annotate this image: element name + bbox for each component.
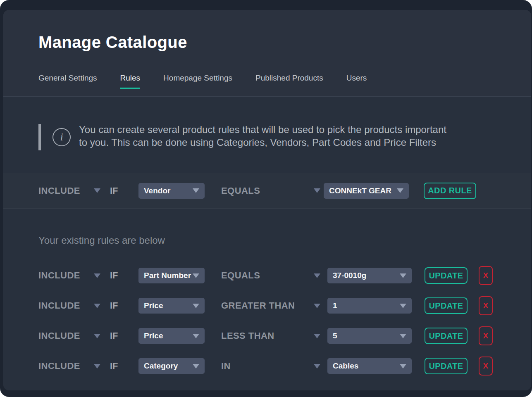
include-label: INCLUDE — [38, 330, 80, 341]
update-rule-button[interactable]: UPDATE — [425, 358, 468, 374]
delete-rule-button[interactable]: X — [479, 266, 493, 285]
field-value: Price — [144, 331, 163, 340]
manage-catalogue-panel: Manage Catalogue General Settings Rules … — [3, 10, 531, 390]
info-line-2: to you. This can be done using Categorie… — [79, 136, 446, 149]
include-select[interactable]: INCLUDE — [38, 330, 100, 341]
value-select[interactable]: 37-0010g — [327, 268, 412, 283]
info-accent-bar — [38, 124, 41, 150]
info-section: i You can create several product rules t… — [3, 97, 531, 173]
existing-rules-heading: Your existing rules are below — [38, 235, 531, 246]
rules-list: INCLUDE IF Part Number EQUALS 37-0010g — [38, 266, 531, 376]
chevron-down-icon — [314, 188, 320, 193]
operator-select[interactable]: IN — [221, 361, 320, 371]
rule-builder: INCLUDE IF Vendor EQUALS CONNEkT GEAR AD… — [3, 173, 531, 209]
chevron-down-icon — [94, 304, 100, 308]
chevron-down-icon — [314, 334, 320, 338]
chevron-down-icon — [94, 334, 100, 338]
app-window: Manage Catalogue General Settings Rules … — [0, 0, 532, 397]
field-select[interactable]: Part Number — [138, 268, 205, 283]
chevron-down-icon — [397, 188, 403, 193]
field-select[interactable]: Price — [138, 298, 205, 314]
chevron-down-icon — [193, 188, 199, 193]
chevron-down-icon — [400, 273, 406, 278]
header: Manage Catalogue General Settings Rules … — [3, 10, 531, 97]
value-select[interactable]: Cables — [327, 358, 412, 374]
operator-select[interactable]: LESS THAN — [221, 330, 320, 341]
operator-label: GREATER THAN — [221, 300, 295, 311]
field-select[interactable]: Category — [138, 358, 205, 374]
rule-row: INCLUDE IF Price LESS THAN 5 — [38, 326, 531, 345]
chevron-down-icon — [94, 364, 100, 368]
if-label: IF — [110, 361, 123, 371]
rule-row: INCLUDE IF Price GREATER THAN 1 — [38, 296, 531, 315]
field-value: Vendor — [144, 186, 170, 195]
tab-general-settings[interactable]: General Settings — [38, 74, 97, 89]
tab-bar: General Settings Rules Homepage Settings… — [38, 74, 531, 89]
update-rule-button[interactable]: UPDATE — [425, 328, 468, 344]
chevron-down-icon — [94, 188, 100, 193]
operator-label: IN — [221, 361, 231, 371]
if-label: IF — [110, 185, 123, 196]
value-text: CONNEkT GEAR — [329, 186, 391, 195]
existing-rules-section: Your existing rules are below INCLUDE IF… — [3, 209, 531, 390]
field-value: Price — [144, 301, 163, 310]
update-rule-button[interactable]: UPDATE — [425, 267, 468, 284]
if-label: IF — [110, 300, 123, 311]
page-title: Manage Catalogue — [38, 32, 531, 52]
field-value: Category — [144, 361, 178, 371]
include-select[interactable]: INCLUDE — [38, 361, 100, 371]
tab-homepage-settings[interactable]: Homepage Settings — [163, 74, 232, 89]
chevron-down-icon — [314, 273, 320, 278]
delete-rule-button[interactable]: X — [479, 326, 493, 345]
include-label: INCLUDE — [38, 361, 80, 371]
operator-select[interactable]: GREATER THAN — [221, 300, 320, 311]
info-line-1: You can create several product rules tha… — [79, 123, 446, 136]
delete-rule-button[interactable]: X — [479, 296, 493, 315]
info-icon: i — [52, 128, 71, 146]
if-label: IF — [110, 270, 123, 281]
field-select[interactable]: Vendor — [138, 183, 205, 199]
operator-select[interactable]: EQUALS — [221, 270, 320, 281]
chevron-down-icon — [193, 273, 199, 278]
chevron-down-icon — [193, 334, 199, 338]
value-text: 1 — [333, 301, 337, 310]
add-rule-button[interactable]: ADD RULE — [424, 183, 476, 199]
include-label: INCLUDE — [38, 300, 80, 311]
chevron-down-icon — [94, 273, 100, 278]
tab-published-products[interactable]: Published Products — [255, 74, 323, 89]
operator-label: EQUALS — [221, 270, 260, 281]
chevron-down-icon — [193, 364, 199, 368]
chevron-down-icon — [193, 304, 199, 308]
chevron-down-icon — [400, 334, 406, 338]
value-select[interactable]: CONNEkT GEAR — [324, 183, 409, 199]
update-rule-button[interactable]: UPDATE — [425, 297, 468, 314]
rule-row: INCLUDE IF Part Number EQUALS 37-0010g — [38, 266, 531, 285]
include-label: INCLUDE — [38, 270, 80, 281]
value-text: 5 — [333, 331, 337, 340]
chevron-down-icon — [400, 304, 406, 308]
rule-row: INCLUDE IF Category IN Cables — [38, 357, 531, 376]
chevron-down-icon — [314, 364, 320, 368]
chevron-down-icon — [400, 364, 406, 368]
chevron-down-icon — [314, 304, 320, 308]
value-select[interactable]: 5 — [327, 328, 412, 344]
tab-rules[interactable]: Rules — [120, 74, 141, 89]
tab-users[interactable]: Users — [346, 74, 367, 89]
field-select[interactable]: Price — [138, 328, 205, 344]
value-select[interactable]: 1 — [327, 298, 412, 314]
value-text: Cables — [333, 361, 358, 371]
field-value: Part Number — [144, 271, 191, 280]
include-select[interactable]: INCLUDE — [38, 270, 100, 281]
info-text: You can create several product rules tha… — [79, 123, 446, 149]
delete-rule-button[interactable]: X — [479, 357, 493, 376]
builder-row: INCLUDE IF Vendor EQUALS CONNEkT GEAR AD… — [38, 183, 476, 199]
include-select[interactable]: INCLUDE — [38, 185, 100, 196]
operator-select[interactable]: EQUALS — [221, 185, 320, 196]
include-label: INCLUDE — [38, 185, 80, 196]
value-text: 37-0010g — [333, 271, 366, 280]
operator-label: LESS THAN — [221, 330, 274, 341]
if-label: IF — [110, 330, 123, 341]
include-select[interactable]: INCLUDE — [38, 300, 100, 311]
operator-label: EQUALS — [221, 185, 260, 196]
